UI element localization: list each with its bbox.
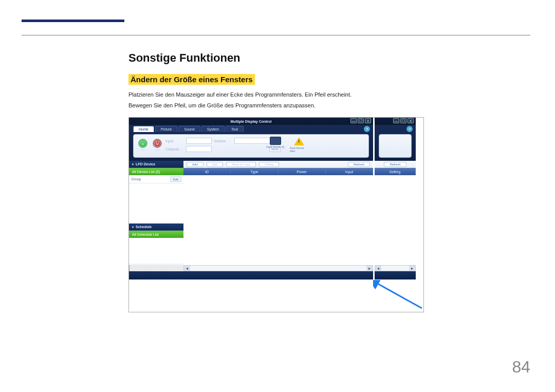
tab-system[interactable]: System [201,126,225,132]
power-off-label: Off [155,148,159,152]
horizontal-scrollbar-2[interactable]: ◂ ▸ [375,265,416,271]
resize-arrow-annotation [373,280,424,311]
fault-device-icon [270,137,281,145]
mdc2-toolbar: ? [375,125,416,161]
paragraph-1: Platzieren Sie den Mauszeiger auf einer … [128,90,524,100]
col-setting: Setting [375,170,416,174]
paragraph-2: Bewegen Sie den Pfeil, um die Größe des … [128,101,524,110]
col-id: ID [183,170,231,174]
scroll-right-icon[interactable]: ▸ [409,266,415,271]
embedded-screenshot: Multiple Display Control — ☐ X Home Pict… [128,117,424,312]
col-input: Input [326,170,373,174]
refresh-button-2[interactable]: Refresh [384,162,406,167]
window-minimize[interactable]: — [350,118,357,123]
window2-close[interactable]: X [408,118,414,123]
add-button[interactable]: Add [187,162,203,167]
tab-tool[interactable]: Tool [226,126,244,132]
horizontal-scrollbar[interactable]: ◂ ▸ [183,265,373,271]
power-on-label: On [141,148,145,152]
mdc-window-secondary: — ☐ X ? Refresh Setting ◂ ▸ [375,118,416,279]
action-bar-2: Refresh [375,161,416,168]
input-select[interactable] [186,138,212,144]
toolbar-panel: ⏻ On ⏻ Off Input Volume [133,134,369,158]
channel-select[interactable] [186,146,212,152]
chevron-down-icon: ▾ [132,162,134,166]
sidebar-edit-button[interactable]: Edit [170,176,181,182]
col-type: Type [231,170,278,174]
page-heading: Sonstige Funktionen [128,51,524,65]
scroll-right-icon[interactable]: ▸ [366,266,373,271]
footer-bar [129,271,373,279]
window2-minimize[interactable]: — [393,118,399,123]
volume-label: Volume [214,139,232,143]
sidebar-group-label: Group [131,177,141,181]
help-icon[interactable]: ? [364,126,370,132]
action-bar: Add Edit Move & Copy Delete Refresh [183,161,373,168]
sidebar-all-devices[interactable]: All Device List (0) [129,168,183,175]
alert-icon [293,137,305,146]
tab-picture[interactable]: Picture [155,126,178,132]
mdc-title: Multiple Display Control [230,120,271,123]
channel-label: Channel [165,147,184,151]
accent-bar [22,20,124,22]
move-copy-button[interactable]: Move & Copy [226,162,256,167]
delete-button[interactable]: Delete [259,162,279,167]
window-maximize[interactable]: ☐ [358,118,364,123]
mdc-titlebar: Multiple Display Control — ☐ X [129,118,373,125]
tab-home[interactable]: Home [133,126,154,132]
volume-slider[interactable] [234,138,270,144]
window2-maximize[interactable]: ☐ [400,118,406,123]
col-power: Power [279,170,326,174]
help-icon[interactable]: ? [406,126,413,132]
svg-line-0 [376,283,422,308]
input-label: Input [165,139,184,143]
sidebar-lfd-header[interactable]: ▾LFD Device [129,161,183,168]
page-subheading: Ändern der Größe eines Fensters [128,74,255,85]
scroll-left-icon[interactable]: ◂ [184,266,190,271]
data-grid [183,175,373,265]
toolbar-panel-2 [379,134,412,158]
column-header-2: Setting [375,168,416,175]
edit-button[interactable]: Edit [207,162,223,167]
window-close[interactable]: X [365,118,371,123]
footer-bar-2 [375,271,416,279]
fault-device-label: Fault Device (0) [266,145,284,148]
mdc-toolbar: Home Picture Sound System Tool ? ⏻ On ⏻ [129,125,373,161]
sidebar-group-row: Group Edit [129,175,183,183]
mdc-window: Multiple Display Control — ☐ X Home Pict… [129,118,373,279]
sidebar-all-schedule[interactable]: All Schedule List [129,231,183,238]
power-on-icon[interactable]: ⏻ [138,139,147,148]
page-number: 84 [512,358,530,377]
chevron-down-icon: ▾ [132,225,134,229]
mdc2-titlebar: — ☐ X [375,118,416,125]
data-grid-2 [375,175,416,265]
tab-sound[interactable]: Sound [178,126,200,132]
top-divider [22,35,530,35]
sidebar: ▾LFD Device All Device List (0) Group Ed… [129,161,183,265]
sidebar-schedule-header[interactable]: ▾Schedule [129,223,183,231]
scroll-left-icon[interactable]: ◂ [375,266,381,271]
scroll-track[interactable] [190,266,366,271]
alert-label: Fault Device Alert [290,146,308,153]
scroll-track[interactable] [381,266,409,271]
power-off-icon[interactable]: ⏻ [153,139,162,148]
refresh-button[interactable]: Refresh [348,162,370,167]
column-header: ID Type Power Input [183,168,373,175]
